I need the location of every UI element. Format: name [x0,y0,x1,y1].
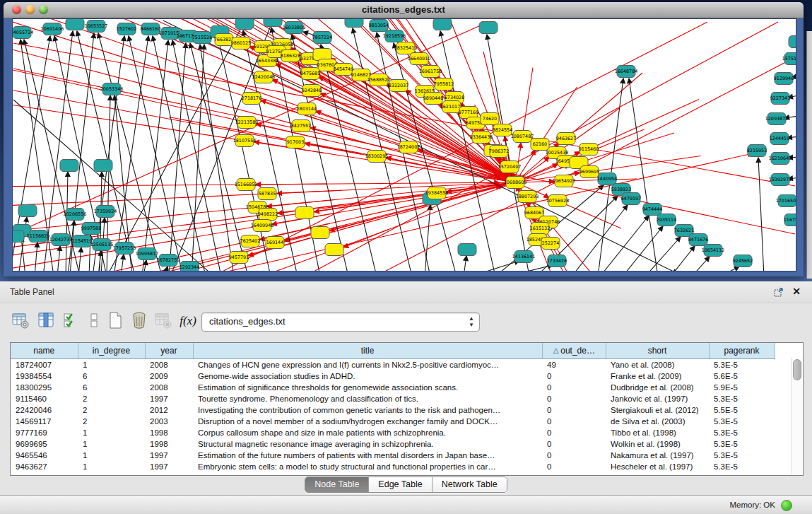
tab-edge-table[interactable]: Edge Table [369,477,432,492]
network-node[interactable]: 8466160 [141,23,160,35]
network-node[interactable]: 16648784 [615,66,638,78]
network-node[interactable]: 9699695 [579,166,599,178]
table-row[interactable]: 946554611997Estimation of the future num… [11,450,775,461]
column-header-title[interactable]: title [193,343,542,359]
network-node[interactable]: 587835 [258,188,276,200]
network-node[interactable]: 20206556 [64,209,87,221]
network-node[interactable]: 169144 [266,237,284,249]
network-node[interactable]: 10653527 [85,21,108,33]
network-node[interactable]: 9245652 [733,255,753,267]
network-node[interactable]: 20053346 [100,83,124,95]
selected-edge[interactable] [319,182,516,209]
column-header-year[interactable]: year [145,343,193,359]
network-node[interactable] [325,244,343,256]
function-builder-icon[interactable]: f(x) [178,311,198,331]
network-node[interactable]: 10756928 [546,195,570,207]
network-node[interactable]: 9227343 [770,93,790,105]
network-node[interactable]: 18300295 [365,151,389,163]
network-node[interactable]: 15688520 [367,74,391,86]
network-node[interactable]: 16033809 [283,22,306,34]
network-node[interactable]: 17957253 [113,243,136,255]
network-node[interactable]: 8215953 [747,145,767,157]
network-node[interactable]: 8813054 [369,20,389,32]
column-header-out_de[interactable]: △out_de… [542,343,606,359]
network-node[interactable]: 10995817 [136,248,159,260]
table-row[interactable]: 1830029562008Estimation of significance … [11,382,775,393]
network-node[interactable]: 8322037 [389,80,408,92]
column-header-short[interactable]: short [606,343,709,359]
network-node[interactable]: 9890448 [423,93,443,105]
table-row[interactable]: 2242004622012Investigating the contribut… [11,404,775,416]
network-node[interactable] [789,36,796,48]
network-node[interactable]: 1167534 [784,214,796,226]
network-node[interactable]: 1292344 [180,262,199,271]
edge[interactable] [507,265,553,271]
network-node[interactable]: 1154519 [72,235,92,247]
edge[interactable] [121,255,124,271]
edge[interactable] [623,226,663,271]
table-scrollbar-thumb[interactable] [793,359,801,380]
unselect-all-icon[interactable] [85,311,105,331]
network-node[interactable]: 19654923 [553,175,576,187]
network-node[interactable]: 9115460 [579,144,599,156]
network-node[interactable]: 7857224 [312,32,332,44]
network-node[interactable]: 15992971 [769,174,792,186]
edge[interactable] [671,246,695,271]
network-node[interactable]: 6479197 [621,193,641,205]
network-node[interactable]: 7625402 [240,235,260,247]
network-node[interactable]: 16210643 [769,153,792,165]
network-node[interactable]: 62160 [531,139,549,151]
network-node[interactable] [264,19,282,27]
network-node[interactable] [60,160,78,172]
table-scrollbar[interactable] [791,358,802,474]
network-node[interactable]: 9474444 [642,204,662,216]
network-node[interactable] [295,207,314,219]
network-node[interactable]: 17016504 [776,195,796,207]
table-row[interactable]: 977716911998Corpus callosum shape and si… [11,427,775,438]
network-node[interactable]: 17359924 [94,206,117,218]
table-row[interactable]: 1456911722003Disruption of a novel membe… [11,416,775,427]
network-node[interactable]: 10654112 [702,245,725,257]
network-node[interactable] [66,19,84,30]
network-node[interactable]: 15166852 [235,179,258,191]
selected-edge[interactable] [13,43,795,186]
network-node[interactable] [18,205,37,217]
new-table-icon[interactable] [106,311,126,331]
network-node[interactable]: 1615132 [530,223,550,235]
network-node[interactable]: 12505135 [90,239,114,251]
edge[interactable] [35,243,37,271]
tab-network-table[interactable]: Network Table [433,477,507,492]
network-node[interactable] [94,160,112,172]
network-node[interactable]: 917003 [286,136,305,148]
select-all-icon[interactable] [62,311,82,331]
network-node[interactable]: 19384554 [425,187,449,199]
network-node[interactable]: 8471676 [688,234,708,246]
network-node[interactable]: 1733426 [547,255,567,267]
network-node[interactable]: 9498222 [258,209,278,221]
network-node[interactable] [13,230,24,243]
table-row[interactable]: 1938455462009Genome-wide association stu… [11,370,775,382]
network-node[interactable]: 12213589 [235,117,259,129]
column-visibility-icon[interactable] [37,311,57,331]
network-node[interactable]: 9242848 [302,85,322,97]
network-node[interactable] [313,49,331,61]
network-node[interactable]: 14136141 [512,251,536,263]
network-node-hub[interactable]: 10688609 [504,177,527,189]
network-node[interactable]: 18325419 [394,42,418,54]
network-node[interactable] [235,19,254,30]
edge[interactable] [629,78,658,271]
edge[interactable] [600,216,649,271]
network-node[interactable]: 16961758 [419,66,442,78]
table-row[interactable]: 1872400712008Changes of HCN gene express… [11,359,775,371]
network-node[interactable]: 1440954 [597,173,617,185]
network-window-titlebar[interactable]: citations_edges.txt [4,2,804,18]
network-node[interactable]: 16782759 [157,255,180,267]
table-settings-icon[interactable] [11,311,31,331]
network-node[interactable]: 2718176 [242,93,261,105]
network-node[interactable] [311,227,329,239]
network-node[interactable]: 252274 [541,238,560,250]
network-node[interactable]: 8427552 [291,120,311,132]
column-header-name[interactable]: name [11,343,78,359]
network-node[interactable]: 1527602 [117,23,136,35]
table-row[interactable]: 911546021997Tourette syndrome. Phenomeno… [11,393,775,404]
